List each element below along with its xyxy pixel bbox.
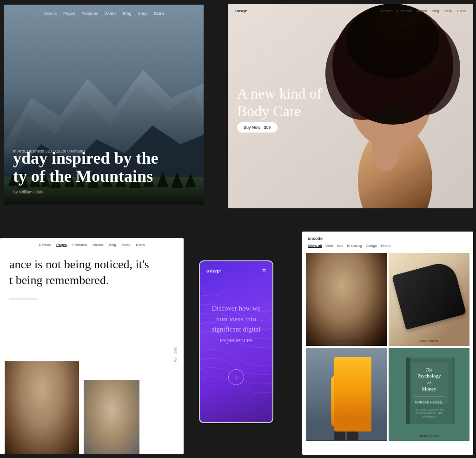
svg-text:of: of [427, 380, 430, 385]
min-nav-demos[interactable]: Demos [39, 243, 51, 247]
svg-point-35 [94, 380, 129, 412]
min-nav-pages[interactable]: Pages [56, 243, 67, 247]
svg-text:WEALTH, GREED, AND: WEALTH, GREED, AND [416, 412, 443, 415]
svg-point-27 [372, 125, 400, 171]
portfolio-item-northface[interactable]: The North Face [306, 348, 387, 441]
nav-demos[interactable]: Demos [44, 11, 57, 16]
svg-text:HAPPINESS: HAPPINESS [422, 415, 436, 418]
bc-nav-blog[interactable]: Blog [432, 9, 439, 13]
mobile-purple-bg: unwp· ≡ Discover how we turn ideas into … [200, 261, 272, 422]
bodycare-headline: A new kind of Body Care [237, 85, 339, 120]
svg-rect-42 [389, 253, 469, 345]
svg-point-38 [326, 266, 364, 314]
svg-text:Psychology: Psychology [417, 373, 441, 378]
svg-point-29 [16, 403, 67, 454]
mobile-header: unwp· ≡ [206, 267, 266, 274]
portfolio-label-book: Book Design [389, 434, 469, 438]
svg-point-46 [333, 364, 359, 384]
portfolio-filter: Show all Web Ads Branding Design Photo [308, 244, 390, 248]
bc-nav-shop[interactable]: Shop [444, 9, 453, 13]
scroll-down-button[interactable]: ↓ [228, 369, 244, 385]
bodycare-nav-items: Pages· Features Works Blog Shop Extra [381, 9, 466, 13]
bc-nav-extra[interactable]: Extra [457, 9, 466, 13]
hamburger-icon[interactable]: ≡ [262, 267, 266, 274]
svg-text:MORGAN HOUSEL: MORGAN HOUSEL [415, 401, 443, 404]
article-title: yday inspired by the ty of the Mountains [13, 149, 194, 186]
svg-point-37 [320, 285, 370, 346]
minimal-divider [9, 299, 37, 299]
svg-rect-47 [334, 387, 358, 415]
bc-nav-pages[interactable]: Pages· [381, 9, 393, 13]
filter-branding[interactable]: Branding [347, 244, 362, 248]
min-nav-blog[interactable]: Blog [109, 243, 116, 247]
filter-ads[interactable]: Ads [337, 244, 344, 248]
mobile-headline: Discover how we turn ideas into signific… [206, 303, 266, 345]
svg-rect-63 [452, 358, 455, 424]
svg-rect-28 [5, 361, 79, 454]
svg-rect-52 [406, 358, 410, 424]
svg-text:Money: Money [422, 386, 436, 392]
svg-point-31 [14, 361, 70, 405]
svg-text:The: The [426, 367, 433, 372]
minimal-sidebar-text: From 1992 [174, 346, 177, 362]
nav-features[interactable]: Features [82, 11, 99, 16]
portfolio-item-nike[interactable]: Nike Boost [389, 253, 469, 346]
panel-bodycare: unwp· Pages· Features Works Blog Shop Ex… [228, 4, 473, 208]
article-author: By William Clark [13, 190, 44, 194]
buy-now-button[interactable]: Buy Now · $59 [237, 122, 278, 133]
svg-point-30 [19, 371, 65, 426]
svg-point-39 [321, 253, 369, 296]
panel-minimal: Demos Pages Features Works Blog Shop Ext… [0, 238, 184, 454]
svg-text:TIMELESS LESSONS ON: TIMELESS LESSONS ON [414, 408, 444, 411]
svg-point-26 [346, 4, 439, 78]
bodycare-logo: unwp· [235, 8, 247, 13]
portfolio-item-book[interactable]: The Psychology of Money MORGAN HOUSEL TI… [389, 348, 469, 441]
svg-point-34 [98, 392, 126, 428]
svg-rect-32 [84, 380, 139, 454]
portfolio-grid: Givenchy Paris Nike Boost [306, 253, 469, 441]
panel-mobile: unwp· ≡ Discover how we turn ideas into … [199, 260, 273, 423]
bc-nav-works[interactable]: Works [416, 9, 427, 13]
filter-design[interactable]: Design [365, 244, 377, 248]
portfolio-logo: uncode [308, 236, 323, 241]
filter-web[interactable]: Web [325, 244, 333, 248]
svg-rect-36 [306, 253, 387, 345]
panel-mountain: Demos Pages Features Works Blog Shop Ext… [4, 5, 204, 205]
portfolio-label-northface: The North Face [306, 434, 387, 438]
min-nav-extra[interactable]: Extra [136, 243, 145, 247]
svg-point-33 [93, 408, 130, 454]
nav-extra[interactable]: Extra [154, 11, 164, 16]
svg-point-41 [336, 299, 359, 327]
svg-rect-45 [331, 376, 361, 426]
arrow-down-icon: ↓ [235, 373, 238, 381]
minimal-nav: Demos Pages Features Works Blog Shop Ext… [0, 243, 184, 247]
min-nav-works[interactable]: Works [93, 243, 103, 247]
nav-pages[interactable]: Pages [63, 11, 75, 16]
portfolio-label-givenchy: Givenchy Paris [306, 339, 387, 343]
bc-nav-features[interactable]: Features [397, 9, 412, 13]
filter-showall[interactable]: Show all [308, 244, 322, 248]
minimal-portrait-2 [84, 380, 139, 454]
panel-portfolio: uncode Show all Web Ads Branding Design … [302, 232, 473, 455]
mobile-logo: unwp· [206, 268, 221, 273]
bodycare-nav: unwp· Pages· Features Works Blog Shop Ex… [228, 8, 473, 13]
mountain-nav: Demos Pages Features Works Blog Shop Ext… [4, 11, 204, 16]
nav-blog[interactable]: Blog [123, 11, 131, 16]
min-nav-shop[interactable]: Shop [122, 243, 131, 247]
min-nav-features[interactable]: Features [73, 243, 87, 247]
portfolio-label-nike: Nike Boost [389, 339, 469, 343]
minimal-portrait-1 [5, 361, 79, 454]
nav-shop[interactable]: Shop [138, 11, 147, 16]
nav-works[interactable]: Works [105, 11, 116, 16]
filter-photo[interactable]: Photo [381, 244, 390, 248]
portfolio-item-givenchy[interactable]: Givenchy Paris [306, 253, 387, 346]
minimal-headline: ance is not being noticed, it's t being … [9, 257, 174, 288]
